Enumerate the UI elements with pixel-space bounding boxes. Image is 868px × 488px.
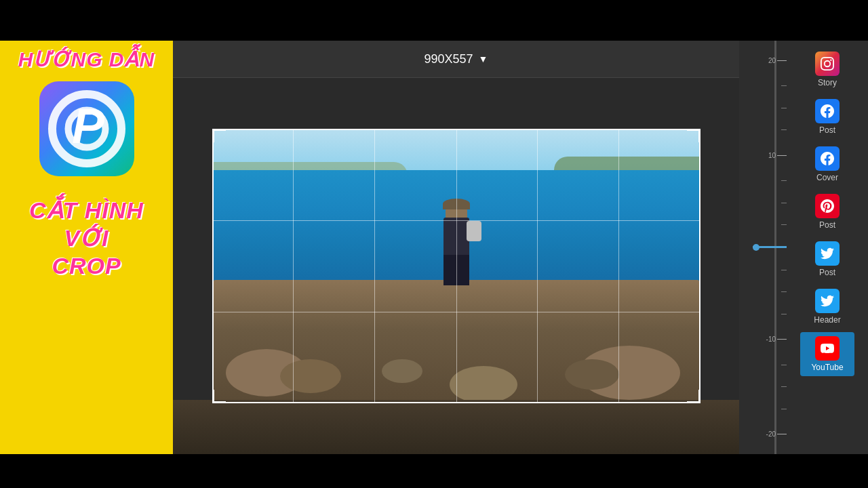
ruler-mark-minus10: -10 bbox=[766, 336, 787, 343]
rock-6 bbox=[450, 366, 517, 403]
youtube-svg bbox=[821, 342, 834, 355]
twitter-post-icon bbox=[815, 241, 840, 266]
pinterest-icon bbox=[815, 194, 840, 218]
heading-title: HƯỚNG DẪN bbox=[18, 47, 155, 71]
dimension-value: 990X557 bbox=[425, 52, 473, 66]
main-area: 990X557 ▼ bbox=[173, 41, 739, 454]
person-backpack bbox=[467, 221, 481, 241]
youtube-label: YouTube bbox=[811, 363, 843, 372]
dimension-bar: 990X557 ▼ bbox=[173, 41, 739, 78]
below-image-area bbox=[173, 400, 739, 454]
social-panel: Story Post Cover bbox=[787, 41, 868, 454]
twitter-header-svg bbox=[821, 294, 834, 308]
ruler-tick-8 bbox=[781, 291, 787, 292]
ruler-tick-12 bbox=[781, 409, 787, 409]
rock-5 bbox=[382, 359, 422, 383]
ruler-tick-11 bbox=[781, 386, 787, 387]
ruler-mark-10: 10 bbox=[768, 152, 787, 159]
ruler-label-minus10: -10 bbox=[766, 336, 776, 343]
twitter-header-icon bbox=[815, 289, 840, 313]
beach-scene bbox=[212, 129, 701, 403]
logo-letter: P bbox=[72, 102, 104, 150]
social-item-instagram-story[interactable]: Story bbox=[800, 47, 854, 92]
person-leg-left bbox=[443, 255, 455, 285]
ruler-label-20: 20 bbox=[768, 57, 776, 64]
instagram-svg bbox=[821, 57, 834, 70]
rock-4 bbox=[565, 359, 619, 390]
ruler-label-10: 10 bbox=[768, 152, 776, 159]
ruler-major-line-20 bbox=[777, 60, 787, 61]
subtitle-line3: CROP bbox=[52, 253, 121, 279]
person-torso bbox=[443, 218, 469, 255]
person-legs bbox=[443, 255, 469, 285]
twitter-svg bbox=[821, 247, 834, 260]
twitter-header-label: Header bbox=[814, 315, 840, 325]
twitter-post-label: Post bbox=[819, 268, 835, 277]
social-item-twitter-post[interactable]: Post bbox=[800, 237, 854, 281]
top-black-bar bbox=[0, 0, 868, 41]
person-figure bbox=[439, 204, 473, 285]
ruler-tick-4 bbox=[781, 180, 787, 181]
facebook-svg bbox=[821, 104, 834, 118]
ruler-tick-3 bbox=[781, 129, 787, 130]
social-item-facebook-cover[interactable]: Cover bbox=[800, 142, 854, 186]
ruler-tick-1 bbox=[781, 85, 787, 86]
social-item-youtube[interactable]: YouTube bbox=[800, 332, 854, 376]
pinterest-svg bbox=[821, 199, 834, 213]
ruler-tick-5 bbox=[781, 203, 787, 203]
person-body bbox=[439, 204, 473, 285]
bottom-black-bar bbox=[0, 454, 868, 488]
subtitle-line1: CẮT HÌNH bbox=[29, 197, 144, 223]
ruler-major-line-minus10 bbox=[777, 339, 787, 340]
dimension-selector[interactable]: 990X557 ▼ bbox=[425, 52, 488, 66]
scale-ruler: 20 10 -10 bbox=[739, 41, 787, 454]
youtube-icon bbox=[815, 336, 840, 361]
dropdown-arrow-icon[interactable]: ▼ bbox=[479, 54, 488, 64]
instagram-story-label: Story bbox=[818, 78, 837, 87]
pinterest-label: Post bbox=[819, 220, 835, 230]
ruler-major-line-10 bbox=[777, 155, 787, 156]
ruler-tick-7 bbox=[781, 270, 787, 270]
subtitle-line2: VỚI bbox=[64, 225, 108, 251]
social-item-twitter-header[interactable]: Header bbox=[800, 285, 854, 329]
facebook-post-label: Post bbox=[819, 125, 835, 135]
ruler-label-minus20: -20 bbox=[766, 430, 776, 438]
ruler-major-line-minus20 bbox=[777, 434, 787, 434]
ruler-mark-minus20: -20 bbox=[766, 430, 787, 438]
rocks-area bbox=[212, 280, 701, 403]
ruler-mark-20: 20 bbox=[768, 57, 787, 64]
social-item-pinterest[interactable]: Post bbox=[800, 190, 854, 234]
facebook-cover-label: Cover bbox=[816, 173, 838, 182]
ruler-tick-10 bbox=[781, 365, 787, 365]
rock-2 bbox=[280, 359, 341, 393]
ruler-tick-9 bbox=[781, 314, 787, 314]
right-panel: 20 10 -10 bbox=[739, 41, 868, 454]
facebook-post-icon bbox=[815, 99, 840, 123]
crop-area[interactable] bbox=[173, 78, 739, 454]
picsart-logo: P bbox=[39, 81, 134, 176]
instagram-story-icon bbox=[815, 52, 840, 76]
person-leg-right bbox=[458, 255, 469, 285]
left-sidebar: HƯỚNG DẪN P CẮT HÌNH VỚI CROP bbox=[0, 0, 173, 488]
ruler-tick-2 bbox=[781, 108, 787, 108]
facebook-cover-icon bbox=[815, 146, 840, 171]
below-image-rocks bbox=[173, 400, 739, 454]
ruler-indicator-bar bbox=[753, 246, 787, 248]
crop-image-container[interactable] bbox=[212, 129, 701, 403]
ruler-tick-6 bbox=[781, 224, 787, 225]
social-item-facebook-post[interactable]: Post bbox=[800, 95, 854, 139]
facebook-cover-svg bbox=[821, 152, 834, 165]
person-head bbox=[446, 204, 467, 218]
subtitle: CẮT HÌNH VỚI CROP bbox=[29, 197, 144, 279]
ruler-indicator-dot bbox=[753, 244, 760, 251]
ruler-indicator-row bbox=[753, 246, 787, 248]
